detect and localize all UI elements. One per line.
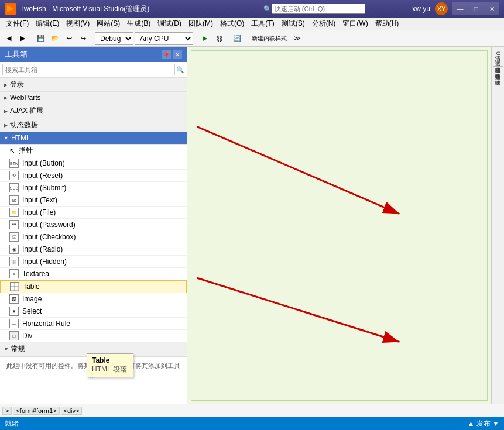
- toolbar-run[interactable]: ▶: [198, 32, 211, 45]
- toolbar-attach[interactable]: ⛓: [212, 32, 225, 45]
- cpu-mode-select[interactable]: Any CPU: [135, 32, 193, 45]
- menu-debug[interactable]: 调试(D): [154, 18, 185, 30]
- item-input-text[interactable]: ab Input (Text): [0, 194, 187, 207]
- item-input-radio[interactable]: ◉ Input (Radio): [0, 243, 187, 256]
- input-submit-icon: SUB: [9, 183, 19, 192]
- new-inline-style-button[interactable]: 新建内联样式: [249, 32, 290, 45]
- toolbar-open[interactable]: 📂: [49, 32, 61, 45]
- menu-tools[interactable]: 工具(T): [248, 18, 277, 30]
- input-password-icon: ***: [9, 220, 19, 229]
- quick-launch-input[interactable]: [272, 4, 365, 14]
- sidebar-sep3: [493, 73, 503, 73]
- sidebar-item-4[interactable]: 调味: [493, 74, 503, 78]
- input-button-icon: BTN: [9, 159, 19, 168]
- item-table[interactable]: Table: [0, 280, 187, 293]
- sidebar-sep2: [493, 66, 503, 67]
- toolbar-sep2: [92, 33, 92, 44]
- breadcrumb-form[interactable]: <form#form1>: [13, 407, 59, 415]
- title-bar: TwoFish - Microsoft Visual Studio(管理员) 🔍…: [0, 0, 504, 18]
- item-pointer[interactable]: ↖ 指针: [0, 145, 187, 157]
- input-hidden-icon: |||: [9, 257, 19, 266]
- publish-button[interactable]: ▲ 发布 ▼: [468, 419, 499, 429]
- menu-team[interactable]: 团队(M): [185, 18, 217, 30]
- hr-icon: —: [9, 319, 19, 328]
- breadcrumb-root[interactable]: >: [2, 407, 12, 415]
- svg-marker-0: [7, 5, 14, 12]
- menu-build[interactable]: 生成(B): [124, 18, 154, 30]
- toolbar-sep3: [196, 33, 196, 44]
- search-icon: 🔍: [176, 66, 184, 74]
- minimize-button[interactable]: —: [452, 2, 468, 15]
- toolbox-pin[interactable]: 📌: [162, 50, 171, 59]
- tooltip-box: Table HTML 段落: [87, 353, 133, 377]
- section-ajax-label: AJAX 扩展: [10, 106, 43, 116]
- menu-website[interactable]: 网站(S): [93, 18, 124, 30]
- select-icon: ▼: [9, 307, 19, 316]
- menu-test[interactable]: 测试(S): [278, 18, 308, 30]
- close-button[interactable]: ✕: [484, 2, 499, 15]
- section-webparts[interactable]: ▶ WebParts: [0, 92, 187, 104]
- section-dynamic[interactable]: ▶ 动态数据: [0, 118, 187, 132]
- menu-view[interactable]: 视图(V): [63, 18, 93, 30]
- sidebar-item-2[interactable]: 动端踏碎器: [493, 61, 503, 66]
- section-login[interactable]: ▶ 登录: [0, 78, 187, 92]
- toolbox-close[interactable]: ✕: [173, 50, 182, 59]
- toolbox-title: 工具箱: [5, 49, 28, 60]
- input-reset-icon: ⟲: [9, 171, 19, 180]
- toolbar-back[interactable]: ◀: [2, 32, 15, 45]
- item-input-file[interactable]: 📁 Input (File): [0, 207, 187, 219]
- item-input-button[interactable]: BTN Input (Button): [0, 157, 187, 170]
- toolbar-redo[interactable]: ↪: [77, 32, 90, 45]
- svg-line-5: [197, 126, 399, 214]
- toolbox-search-input[interactable]: [2, 64, 175, 75]
- toolbar-refresh[interactable]: 🔄: [231, 32, 244, 45]
- debug-mode-select[interactable]: Debug: [95, 32, 133, 45]
- right-sidebar: 清洁UI测试 动端踏碎器 图签递唤 调味: [491, 47, 504, 404]
- item-input-password[interactable]: *** Input (Password): [0, 219, 187, 231]
- content-area: [187, 47, 491, 404]
- sidebar-item-3[interactable]: 图签递唤: [493, 67, 503, 72]
- image-icon: 🖼: [9, 294, 19, 304]
- item-div[interactable]: □ Div: [0, 330, 187, 342]
- input-checkbox-icon: ☑: [9, 232, 19, 242]
- input-file-icon: 📁: [9, 208, 19, 217]
- menu-window[interactable]: 窗口(W): [339, 18, 371, 30]
- section-ajax[interactable]: ▶ AJAX 扩展: [0, 104, 187, 118]
- window-controls: — □ ✕: [452, 2, 499, 15]
- status-bar: 就绪 ▲ 发布 ▼: [0, 417, 504, 430]
- section-login-arrow: ▶: [4, 82, 8, 88]
- item-input-checkbox[interactable]: ☑ Input (Checkbox): [0, 231, 187, 243]
- sidebar-sep1: [493, 60, 503, 60]
- item-input-reset[interactable]: ⟲ Input (Reset): [0, 170, 187, 182]
- pointer-icon: ↖: [9, 147, 15, 155]
- section-ajax-arrow: ▶: [4, 108, 8, 114]
- toolbar-forward[interactable]: ▶: [16, 32, 29, 45]
- content-inner: [191, 50, 488, 401]
- item-horizontal-rule[interactable]: — Horizontal Rule: [0, 318, 187, 330]
- item-image[interactable]: 🖼 Image: [0, 293, 187, 305]
- toolbar-undo[interactable]: ↩: [63, 32, 76, 45]
- window-title: TwoFish - Microsoft Visual Studio(管理员): [20, 4, 216, 14]
- svg-line-6: [197, 278, 399, 342]
- item-input-hidden[interactable]: ||| Input (Hidden): [0, 256, 187, 268]
- menu-file[interactable]: 文件(F): [2, 18, 32, 30]
- avatar: XY: [435, 2, 448, 15]
- item-select[interactable]: ▼ Select: [0, 305, 187, 318]
- menu-format[interactable]: 格式(O): [217, 18, 248, 30]
- menu-analyze[interactable]: 分析(N): [308, 18, 340, 30]
- section-html[interactable]: ▼ HTML: [0, 132, 187, 145]
- breadcrumb-div[interactable]: <div>: [61, 407, 83, 415]
- item-textarea[interactable]: ≡ Textarea: [0, 268, 187, 280]
- toolbar-more[interactable]: ≫: [291, 32, 304, 45]
- breadcrumb-bar: > <form#form1> <div>: [0, 404, 504, 417]
- menu-edit[interactable]: 编辑(E): [32, 18, 63, 30]
- sidebar-item-1[interactable]: 清洁UI测试: [493, 49, 503, 59]
- div-icon: □: [9, 331, 19, 340]
- menu-help[interactable]: 帮助(H): [372, 18, 403, 30]
- user-name: xw yu: [412, 5, 430, 13]
- section-html-arrow: ▼: [4, 135, 9, 141]
- item-input-submit[interactable]: SUB Input (Submit): [0, 182, 187, 194]
- toolbar-save[interactable]: 💾: [35, 32, 47, 45]
- toolbar: ◀ ▶ 💾 📂 ↩ ↪ Debug Any CPU ▶ ⛓ 🔄 新建内联样式 ≫: [0, 30, 504, 47]
- maximize-button[interactable]: □: [468, 2, 484, 15]
